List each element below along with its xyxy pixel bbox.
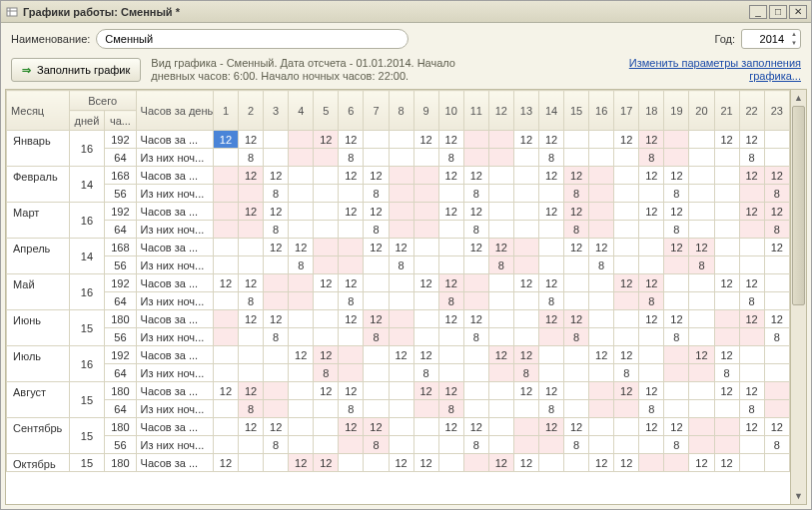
table-row[interactable]: Сентябрь15180Часов за ...121212121212121… [7, 418, 790, 436]
day-cell[interactable] [639, 239, 664, 256]
day-cell[interactable] [513, 239, 538, 256]
header-day-7[interactable]: 7 [364, 91, 389, 131]
day-cell[interactable] [463, 292, 488, 310]
day-cell[interactable] [239, 346, 264, 364]
day-cell[interactable]: 12 [614, 382, 639, 400]
day-cell[interactable] [463, 364, 488, 382]
day-cell[interactable] [664, 364, 689, 382]
day-cell[interactable] [689, 149, 714, 167]
day-cell[interactable]: 12 [314, 346, 339, 364]
change-params-link[interactable]: Изменить параметры заполнения графика... [629, 57, 801, 83]
day-cell[interactable] [714, 400, 739, 418]
day-cell[interactable]: 12 [463, 203, 488, 221]
day-cell[interactable] [314, 418, 339, 436]
day-cell[interactable] [314, 149, 339, 167]
header-day-17[interactable]: 17 [614, 91, 639, 131]
month-cell[interactable]: Апрель [7, 239, 70, 274]
day-cell[interactable]: 8 [739, 149, 764, 167]
day-cell[interactable] [714, 292, 739, 310]
day-cell[interactable]: 12 [714, 454, 739, 472]
day-cell[interactable] [714, 185, 739, 203]
day-cell[interactable]: 8 [639, 400, 664, 418]
day-cell[interactable]: 12 [239, 203, 264, 221]
row-type-cell[interactable]: Часов за ... [136, 382, 213, 400]
table-row[interactable]: Октябрь15180Часов за ...1212121212121212… [7, 454, 790, 472]
day-cell[interactable] [764, 256, 789, 274]
day-cell[interactable]: 12 [264, 310, 289, 328]
day-cell[interactable] [488, 185, 513, 203]
day-cell[interactable] [488, 436, 513, 454]
day-cell[interactable] [438, 454, 463, 472]
day-cell[interactable] [589, 418, 614, 436]
header-day-1[interactable]: 1 [213, 91, 238, 131]
row-type-cell[interactable]: Часов за ... [136, 418, 213, 436]
day-cell[interactable] [339, 256, 364, 274]
table-row[interactable]: 56Из них ноч...88888 [7, 256, 790, 274]
day-cell[interactable] [264, 292, 289, 310]
header-hours-per-day[interactable]: Часов за день [136, 91, 213, 131]
day-cell[interactable] [739, 256, 764, 274]
day-cell[interactable]: 8 [639, 292, 664, 310]
day-cell[interactable]: 8 [264, 328, 289, 346]
day-cell[interactable] [289, 149, 314, 167]
day-cell[interactable]: 12 [213, 274, 238, 292]
header-day-6[interactable]: 6 [339, 91, 364, 131]
day-cell[interactable] [538, 364, 563, 382]
day-cell[interactable] [213, 167, 238, 185]
day-cell[interactable] [438, 239, 463, 256]
day-cell[interactable]: 12 [664, 167, 689, 185]
day-cell[interactable]: 12 [438, 310, 463, 328]
day-cell[interactable]: 8 [564, 436, 589, 454]
day-cell[interactable] [689, 382, 714, 400]
day-cell[interactable] [689, 131, 714, 149]
day-cell[interactable]: 12 [614, 274, 639, 292]
day-cell[interactable] [589, 310, 614, 328]
day-cell[interactable] [438, 346, 463, 364]
day-cell[interactable]: 12 [664, 239, 689, 256]
day-cell[interactable] [488, 364, 513, 382]
day-cell[interactable] [689, 203, 714, 221]
table-row[interactable]: Февраль14168Часов за ...1212121212121212… [7, 167, 790, 185]
night-hours-cell[interactable]: 56 [105, 328, 136, 346]
day-cell[interactable] [488, 292, 513, 310]
day-cell[interactable]: 12 [213, 382, 238, 400]
day-cell[interactable] [239, 436, 264, 454]
header-day-19[interactable]: 19 [664, 91, 689, 131]
day-cell[interactable] [714, 167, 739, 185]
day-cell[interactable] [289, 400, 314, 418]
day-cell[interactable]: 8 [764, 221, 789, 239]
day-cell[interactable]: 8 [714, 364, 739, 382]
day-cell[interactable] [689, 221, 714, 239]
day-cell[interactable]: 8 [689, 256, 714, 274]
day-cell[interactable] [289, 436, 314, 454]
day-cell[interactable] [364, 364, 389, 382]
row-type-cell[interactable]: Часов за ... [136, 167, 213, 185]
day-cell[interactable] [438, 436, 463, 454]
day-cell[interactable]: 8 [438, 400, 463, 418]
day-cell[interactable] [413, 310, 438, 328]
table-row[interactable]: Июнь15180Часов за ...1212121212121212121… [7, 310, 790, 328]
day-cell[interactable] [289, 274, 314, 292]
day-cell[interactable]: 12 [289, 239, 314, 256]
day-cell[interactable] [488, 274, 513, 292]
day-cell[interactable] [714, 203, 739, 221]
day-cell[interactable] [764, 131, 789, 149]
header-day-15[interactable]: 15 [564, 91, 589, 131]
day-cell[interactable]: 8 [664, 328, 689, 346]
days-cell[interactable]: 15 [69, 382, 105, 418]
day-cell[interactable] [364, 454, 389, 472]
header-day-10[interactable]: 10 [438, 91, 463, 131]
header-day-11[interactable]: 11 [463, 91, 488, 131]
day-cell[interactable] [314, 203, 339, 221]
scroll-track[interactable] [791, 106, 806, 488]
day-cell[interactable] [689, 436, 714, 454]
day-cell[interactable] [389, 436, 413, 454]
night-hours-cell[interactable]: 64 [105, 400, 136, 418]
day-cell[interactable] [614, 400, 639, 418]
day-cell[interactable] [213, 310, 238, 328]
day-cell[interactable]: 8 [538, 292, 563, 310]
day-cell[interactable] [264, 454, 289, 472]
day-cell[interactable]: 12 [564, 203, 589, 221]
spin-up-icon[interactable]: ▲ [789, 30, 799, 39]
day-cell[interactable]: 12 [339, 382, 364, 400]
